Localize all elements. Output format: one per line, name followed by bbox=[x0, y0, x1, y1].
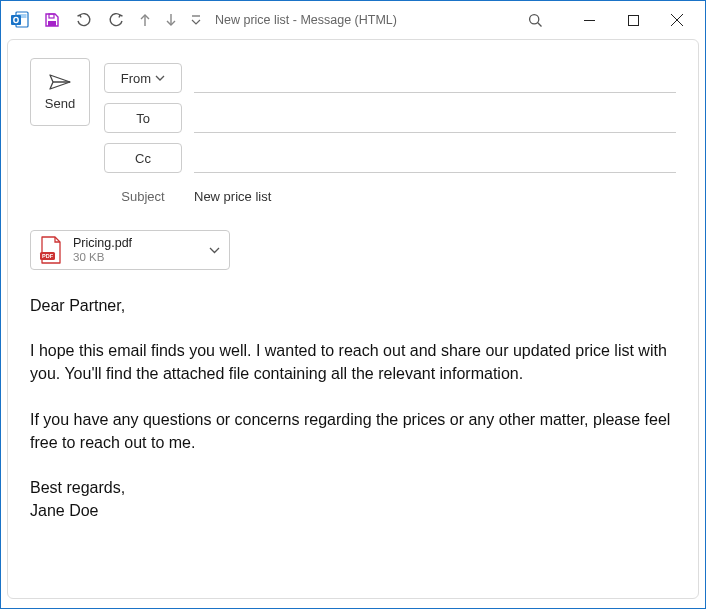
chevron-down-icon bbox=[155, 75, 165, 81]
body-paragraph: Best regards, Jane Doe bbox=[16, 476, 676, 522]
search-button[interactable] bbox=[515, 5, 555, 35]
titlebar: New price list - Message (HTML) bbox=[1, 1, 705, 39]
subject-label: Subject bbox=[104, 189, 182, 204]
subject-input[interactable]: New price list bbox=[194, 189, 676, 204]
pdf-icon: PDF bbox=[37, 235, 65, 265]
chevron-down-icon bbox=[209, 247, 220, 254]
svg-text:PDF: PDF bbox=[42, 253, 54, 259]
to-label: To bbox=[136, 111, 150, 126]
outlook-icon bbox=[5, 5, 35, 35]
compose-header: Send From To Cc bbox=[8, 40, 698, 220]
previous-item-button[interactable] bbox=[133, 5, 157, 35]
body-paragraph: If you have any questions or concerns re… bbox=[16, 408, 676, 454]
cc-input[interactable] bbox=[194, 143, 676, 173]
from-label: From bbox=[121, 71, 151, 86]
quick-access-toolbar bbox=[5, 5, 207, 35]
redo-button[interactable] bbox=[101, 5, 131, 35]
svg-line-8 bbox=[537, 22, 541, 26]
send-icon bbox=[49, 74, 71, 90]
customize-toolbar-button[interactable] bbox=[185, 5, 207, 35]
svg-rect-10 bbox=[628, 15, 638, 25]
to-input[interactable] bbox=[194, 103, 676, 133]
svg-rect-5 bbox=[48, 21, 56, 26]
attachment-menu-button[interactable] bbox=[205, 247, 223, 254]
from-button[interactable]: From bbox=[104, 63, 182, 93]
body-paragraph: I hope this email finds you well. I want… bbox=[16, 339, 676, 385]
minimize-button[interactable] bbox=[567, 5, 611, 35]
cc-button[interactable]: Cc bbox=[104, 143, 182, 173]
svg-rect-2 bbox=[11, 15, 21, 25]
cc-label: Cc bbox=[135, 151, 151, 166]
recipient-fields: From To Cc Subject New price list bbox=[104, 58, 676, 214]
compose-panel: Send From To Cc bbox=[7, 39, 699, 599]
from-row: From bbox=[104, 58, 676, 98]
from-input[interactable] bbox=[194, 63, 676, 93]
maximize-button[interactable] bbox=[611, 5, 655, 35]
close-button[interactable] bbox=[655, 5, 699, 35]
subject-row: Subject New price list bbox=[104, 178, 676, 214]
to-button[interactable]: To bbox=[104, 103, 182, 133]
svg-point-7 bbox=[529, 14, 538, 23]
attachment-name: Pricing.pdf bbox=[73, 236, 197, 251]
attachment-item[interactable]: PDF Pricing.pdf 30 KB bbox=[30, 230, 230, 270]
attachments-area: PDF Pricing.pdf 30 KB bbox=[8, 220, 698, 280]
send-button[interactable]: Send bbox=[30, 58, 90, 126]
next-item-button[interactable] bbox=[159, 5, 183, 35]
save-button[interactable] bbox=[37, 5, 67, 35]
attachment-info: Pricing.pdf 30 KB bbox=[73, 236, 197, 265]
message-body[interactable]: Dear Partner, I hope this email finds yo… bbox=[8, 280, 698, 530]
body-paragraph: Dear Partner, bbox=[16, 294, 676, 317]
send-label: Send bbox=[45, 96, 75, 111]
cc-row: Cc bbox=[104, 138, 676, 178]
undo-button[interactable] bbox=[69, 5, 99, 35]
attachment-size: 30 KB bbox=[73, 251, 197, 265]
window-title: New price list - Message (HTML) bbox=[215, 13, 397, 27]
to-row: To bbox=[104, 98, 676, 138]
